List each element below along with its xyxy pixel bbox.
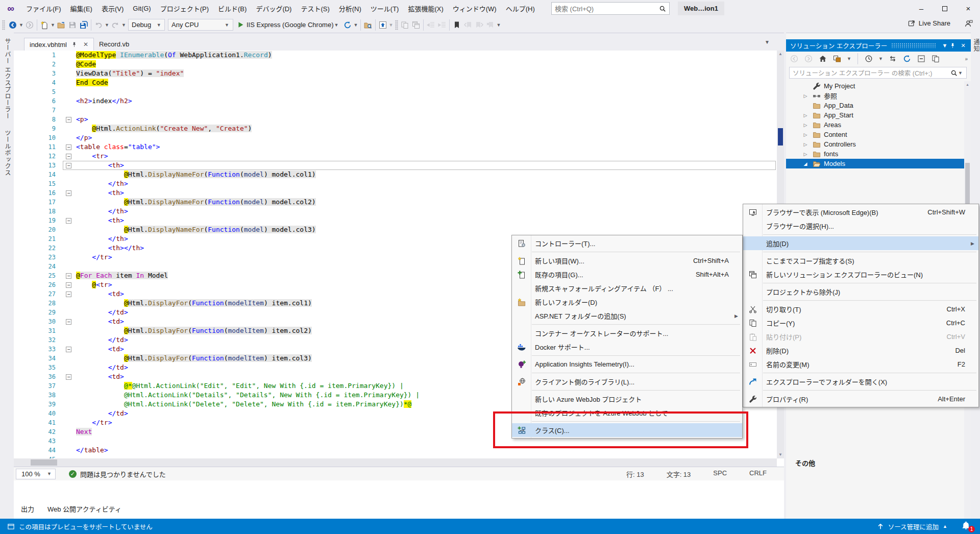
notifications-tab[interactable]: 通知 — [971, 33, 980, 58]
se-back-icon[interactable] — [789, 54, 799, 64]
save-icon[interactable] — [67, 19, 78, 31]
redo-dropdown[interactable]: ▼ — [121, 22, 127, 28]
menu-item-application-insights-telemetry[interactable]: Application Insights Telemetry(I)... — [512, 357, 742, 371]
caret-column[interactable]: 文字: 13 — [667, 469, 691, 479]
source-control-caret-icon[interactable]: ▲ — [943, 524, 947, 529]
browser-link-icon[interactable] — [377, 19, 388, 31]
tree-item-content[interactable]: ▷Content — [786, 130, 964, 139]
menu-item-view-in-browser[interactable]: ブラウザーで表示 (Microsoft Edge)(B)Ctrl+Shift+W — [743, 205, 978, 219]
toolbox-tab[interactable]: ツールボックス — [0, 125, 15, 181]
menu-item-new-scaffolded-item[interactable]: 新規スキャフォールディングアイテム （F） ... — [512, 281, 742, 295]
pin-panel-icon[interactable] — [949, 42, 959, 49]
scroll-down-icon[interactable]: ▼ — [777, 451, 784, 458]
code-line-10[interactable]: 10</p> — [14, 133, 777, 142]
code-line-3[interactable]: 3ViewData("Title") = "index" — [14, 69, 777, 78]
tree-item-my-project[interactable]: My Project — [786, 81, 964, 91]
menu-item-add[interactable]: 追加(D)▶ — [743, 236, 978, 250]
editor-horizontal-scrollbar[interactable] — [14, 458, 777, 467]
line-ending[interactable]: CRLF — [749, 469, 767, 479]
pin-tab-icon[interactable] — [71, 41, 78, 48]
se-pending-changes-filter-icon[interactable] — [864, 54, 874, 64]
menu-item-new-solution-explorer-view[interactable]: 新しいソリューション エクスプローラーのビュー(N) — [743, 268, 978, 281]
tree-expand-icon[interactable]: ▷ — [801, 142, 810, 147]
maximize-button[interactable] — [933, 0, 957, 17]
menu-item-rename[interactable]: 名前の変更(M)F2 — [743, 357, 978, 371]
output-tab[interactable]: 出力 — [21, 504, 34, 514]
se-search-dropdown[interactable]: ▼ — [958, 70, 963, 76]
fold-collapse-icon[interactable]: − — [66, 347, 71, 352]
find-in-files-icon[interactable] — [362, 19, 374, 31]
se-show-all-files-icon[interactable] — [930, 54, 941, 64]
code-line-8[interactable]: 8−<p> — [14, 115, 777, 124]
refresh-browser-icon[interactable] — [342, 19, 353, 31]
menu-0[interactable]: ファイル(F) — [21, 0, 66, 17]
live-share-button[interactable]: Live Share — [908, 19, 950, 27]
code-line-1[interactable]: 1@ModelType IEnumerable(Of WebApplicatio… — [14, 51, 777, 60]
menu-item-client-side-library[interactable]: クライアント側のライブラリ(L)... — [512, 375, 742, 389]
notifications-bell-icon[interactable]: 1 — [962, 521, 973, 531]
tree-item-controllers[interactable]: ▷Controllers — [786, 139, 964, 149]
redo-icon[interactable] — [110, 19, 121, 31]
indent-mode[interactable]: SPC — [713, 469, 727, 479]
se-search-icon[interactable] — [950, 69, 958, 77]
tree-expand-icon[interactable]: ▷ — [801, 132, 810, 137]
menu-item-existing-item[interactable]: 既存の項目(G)...Shift+Alt+A — [512, 268, 742, 281]
undo-dropdown[interactable]: ▼ — [104, 22, 110, 28]
menu-item-controller[interactable]: コントローラー(T)... — [512, 236, 742, 250]
se-toolbar-overflow[interactable]: » — [965, 56, 968, 62]
code-line-14[interactable]: 14 @Html.DisplayNameFor(Function(model) … — [14, 170, 777, 179]
se-switch-views-icon[interactable] — [832, 54, 842, 64]
menu-3[interactable]: Git(G) — [128, 0, 155, 17]
decrease-indent-icon[interactable] — [425, 19, 436, 31]
menu-item-scope-to-this[interactable]: ここまでスコープ指定する(S) — [743, 254, 978, 268]
code-line-13[interactable]: 13− <th> — [14, 161, 777, 170]
fold-collapse-icon[interactable]: − — [66, 154, 71, 159]
tree-expand-icon[interactable]: ◢ — [801, 161, 810, 166]
code-line-5[interactable]: 5 — [14, 87, 777, 96]
active-files-dropdown-icon[interactable]: ▼ — [765, 39, 770, 45]
se-sync-with-active-document-icon[interactable] — [888, 54, 898, 64]
fold-collapse-icon[interactable]: − — [66, 292, 71, 297]
code-line-17[interactable]: 17 @Html.DisplayNameFor(Function(model) … — [14, 198, 777, 207]
menu-item-new-folder[interactable]: 新しいフォルダー(D) — [512, 295, 742, 309]
navigate-forward-icon[interactable] — [24, 19, 35, 31]
next-bookmark-icon[interactable] — [474, 19, 485, 31]
menu-item-class[interactable]: クラス(C)... — [512, 423, 742, 437]
menu-item-paste[interactable]: 貼り付け(P)Ctrl+V — [743, 330, 978, 344]
fold-collapse-icon[interactable]: − — [66, 144, 71, 150]
menu-item-delete[interactable]: 削除(D)Del — [743, 344, 978, 357]
se-collapse-all-icon[interactable] — [916, 54, 926, 64]
menu-8[interactable]: 分析(N) — [334, 0, 366, 17]
start-debugging-button[interactable]: IIS Express (Google Chrome) ▼ — [235, 19, 342, 31]
se-forward-icon[interactable] — [803, 54, 814, 64]
se-home-icon[interactable] — [818, 54, 828, 64]
navigate-backward-icon[interactable] — [7, 19, 18, 31]
fold-collapse-icon[interactable]: − — [66, 374, 71, 380]
caret-line[interactable]: 行: 13 — [626, 469, 644, 479]
code-line-18[interactable]: 18 </th> — [14, 207, 777, 216]
scroll-up-icon[interactable]: ▲ — [777, 51, 784, 58]
solution-explorer-search-input[interactable]: ソリューション エクスプローラー の検索 (Ctrl+;) ▼ — [789, 67, 967, 79]
solution-configuration-select[interactable]: Debug▼ — [128, 19, 165, 31]
se-scroll-up-icon[interactable]: ▲ — [964, 81, 971, 88]
fold-collapse-icon[interactable]: − — [66, 163, 71, 168]
menu-item-open-folder-in-file-explorer[interactable]: エクスプローラーでフォルダーを開く(X) — [743, 375, 978, 389]
tab-index-vbhtml[interactable]: index.vbhtml ✕ — [24, 38, 94, 51]
menu-item-properties[interactable]: プロパティ(R)Alt+Enter — [743, 392, 978, 406]
new-file-dropdown[interactable]: ▼ — [50, 22, 56, 28]
tree-item-areas[interactable]: ▷Areas — [786, 120, 964, 130]
tree-item-references[interactable]: ▷参照 — [786, 91, 964, 101]
server-explorer-tab[interactable]: サーバー エクスプローラー — [0, 33, 15, 125]
fold-collapse-icon[interactable]: − — [66, 282, 71, 288]
menu-1[interactable]: 編集(E) — [66, 0, 97, 17]
web-publish-activity-tab[interactable]: Web 公開アクティビティ — [47, 504, 121, 514]
hscrollbar-thumb[interactable] — [31, 459, 57, 466]
window-position-icon[interactable]: ▼ — [940, 42, 949, 48]
increase-indent-icon[interactable] — [436, 19, 448, 31]
add-to-source-control-button[interactable]: ソース管理に追加 — [888, 522, 939, 531]
undo-icon[interactable] — [93, 19, 104, 31]
code-line-19[interactable]: 19− <th> — [14, 216, 777, 225]
sign-in-icon[interactable] — [965, 19, 973, 28]
code-line-6[interactable]: 6<h2>index</h2> — [14, 96, 777, 106]
menu-10[interactable]: 拡張機能(X) — [403, 0, 448, 17]
